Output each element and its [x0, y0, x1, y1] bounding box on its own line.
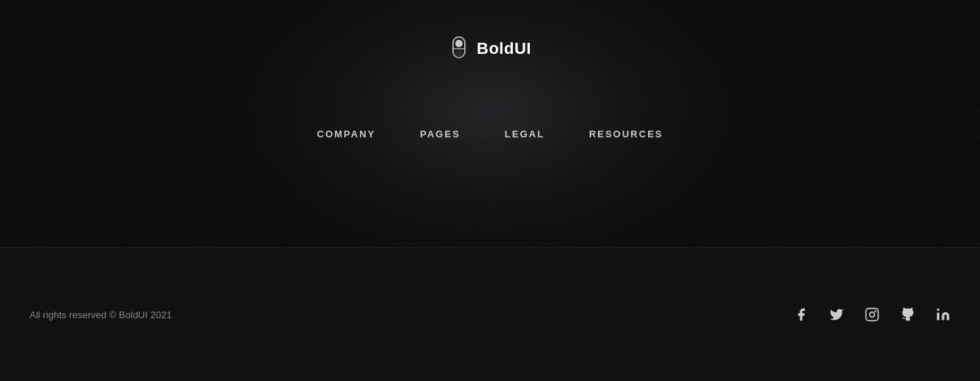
copyright-text: All rights reserved © BoldUI 2021 — [30, 309, 171, 320]
upper-section: BoldUI COMPANY PAGES LEGAL RESOURCES — [0, 0, 980, 247]
nav-link-legal[interactable]: LEGAL — [505, 128, 545, 140]
logo-area: BoldUI — [449, 35, 531, 62]
lower-section: All rights reserved © BoldUI 2021 — [0, 248, 980, 381]
svg-point-6 — [874, 310, 877, 312]
logo-icon — [449, 35, 469, 62]
github-icon[interactable] — [900, 307, 915, 322]
svg-point-8 — [937, 309, 939, 311]
twitter-icon[interactable] — [829, 307, 844, 322]
page-wrapper: BoldUI COMPANY PAGES LEGAL RESOURCES All… — [0, 0, 980, 381]
facebook-icon[interactable] — [794, 307, 809, 322]
social-icons — [794, 307, 950, 322]
svg-rect-4 — [866, 309, 879, 321]
svg-point-5 — [870, 312, 875, 318]
logo-text: BoldUI — [477, 39, 531, 58]
linkedin-icon[interactable] — [936, 307, 950, 322]
section-divider — [0, 247, 980, 248]
nav-links: COMPANY PAGES LEGAL RESOURCES — [317, 128, 663, 140]
nav-link-pages[interactable]: PAGES — [420, 128, 460, 140]
svg-point-1 — [455, 40, 463, 47]
nav-link-resources[interactable]: RESOURCES — [589, 128, 663, 140]
instagram-icon[interactable] — [865, 307, 879, 322]
svg-point-2 — [455, 50, 463, 58]
nav-link-company[interactable]: COMPANY — [317, 128, 375, 140]
svg-rect-7 — [937, 313, 939, 320]
